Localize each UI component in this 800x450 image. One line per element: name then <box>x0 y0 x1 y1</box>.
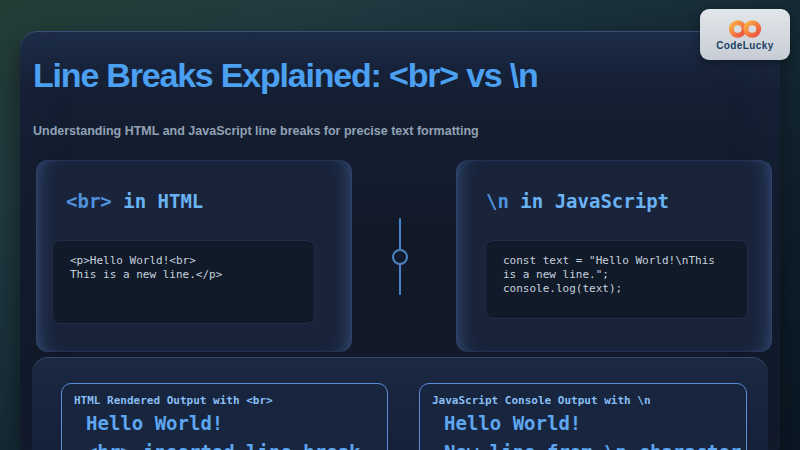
html-output-line-1: Hello World! <box>86 409 387 438</box>
js-panel-heading: \n in JavaScript <box>486 190 669 212</box>
infinity-icon <box>725 19 765 39</box>
html-panel-heading: <br> in HTML <box>66 190 203 212</box>
js-heading-rest: in JavaScript <box>509 190 669 212</box>
divider-circle-icon <box>392 249 408 265</box>
html-code-block: <p>Hello World!<br> This is a new line.<… <box>52 240 315 324</box>
html-output-box: HTML Rendered Output with <br> Hello Wor… <box>61 383 388 450</box>
js-output-line-1: Hello World! <box>444 409 746 438</box>
html-heading-rest: in HTML <box>112 190 204 212</box>
js-heading-symbol: \n <box>486 190 509 212</box>
slide: CodeLucky Line Breaks Explained: <br> vs… <box>0 0 800 450</box>
js-output-label: JavaScript Console Output with \n <box>432 394 746 407</box>
page-title: Line Breaks Explained: <br> vs \n <box>33 56 538 95</box>
html-heading-symbol: <br> <box>66 190 112 212</box>
brand-badge: CodeLucky <box>700 9 790 60</box>
js-output-box: JavaScript Console Output with \n Hello … <box>419 383 747 450</box>
js-code-block: const text = "Hello World!\nThis is a ne… <box>485 240 748 319</box>
html-output-label: HTML Rendered Output with <br> <box>74 394 387 407</box>
html-output-line-2: <br> inserted line break <box>86 438 387 450</box>
js-output-line-2: New line from \n character. <box>444 438 746 450</box>
page-subtitle: Understanding HTML and JavaScript line b… <box>33 124 479 138</box>
brand-name: CodeLucky <box>716 40 774 51</box>
